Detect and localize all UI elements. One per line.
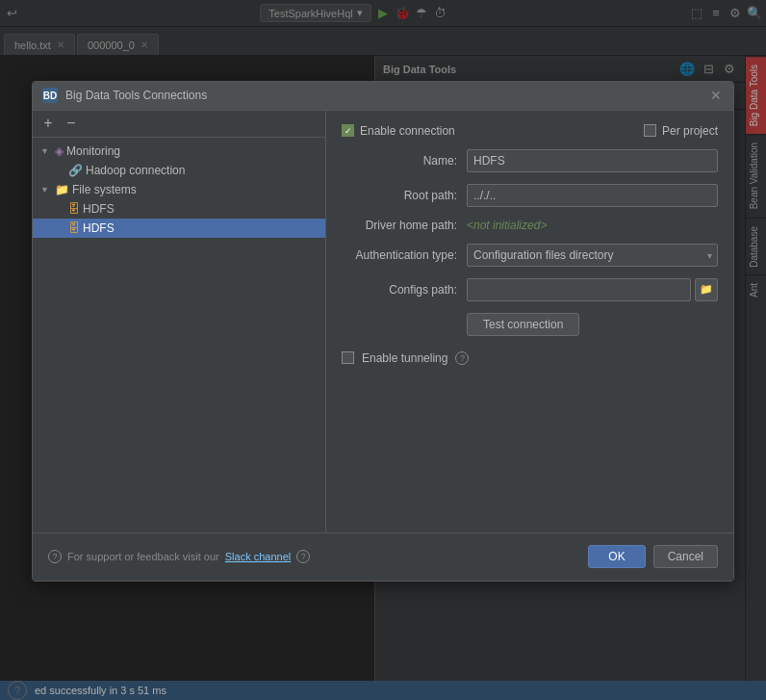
- dialog-footer: ? For support or feedback visit our Slac…: [33, 532, 733, 581]
- configs-path-label: Configs path:: [342, 283, 467, 297]
- auth-type-row: Authentication type: Configuration files…: [342, 244, 718, 267]
- dialog-body: + − ▼ ◈ Monitoring 🔗 Hadoop connection: [33, 111, 733, 532]
- cancel-button[interactable]: Cancel: [653, 545, 718, 568]
- expand-icon: ▼: [40, 185, 52, 194]
- tunneling-row: Enable tunneling ?: [342, 351, 718, 365]
- tree-item-label: Hadoop connection: [86, 164, 185, 177]
- footer-help-icon[interactable]: ?: [48, 550, 62, 563]
- ok-button[interactable]: OK: [588, 545, 645, 568]
- per-project-checkbox[interactable]: [644, 124, 656, 137]
- dialog-overlay: BD Big Data Tools Connections ✕ + − ▼ ◈ …: [0, 0, 766, 700]
- root-path-label: Root path:: [342, 189, 467, 202]
- tree-item-label: File systems: [72, 183, 137, 196]
- slack-channel-link[interactable]: Slack channel: [225, 551, 292, 562]
- configs-browse-button[interactable]: 📁: [695, 278, 718, 301]
- dialog-right-panel: ✓ Enable connection Per project Name: Ro…: [326, 111, 733, 532]
- driver-home-row: Driver home path: <not initialized>: [342, 219, 718, 232]
- driver-home-label: Driver home path:: [342, 219, 467, 232]
- dialog-tree: ▼ ◈ Monitoring 🔗 Hadoop connection ▼ 📁: [33, 138, 325, 532]
- configs-path-row: Configs path: 📁: [342, 278, 718, 301]
- footer-left: ? For support or feedback visit our Slac…: [48, 550, 310, 563]
- dialog-tree-hdfs-2[interactable]: 🗄 HDFS: [33, 219, 325, 238]
- root-path-input[interactable]: [467, 184, 718, 207]
- tree-item-label: HDFS: [83, 202, 115, 216]
- dialog-title-bar: BD Big Data Tools Connections ✕: [33, 82, 733, 111]
- tree-item-label: Monitoring: [66, 144, 120, 158]
- dialog-add-button[interactable]: +: [38, 114, 58, 133]
- slack-help-icon[interactable]: ?: [296, 550, 310, 563]
- footer-support-text: For support or feedback visit our: [67, 551, 219, 562]
- name-row: Name:: [342, 149, 718, 172]
- auth-type-select-wrapper: Configuration files directory Simple Ker…: [467, 244, 718, 267]
- configs-path-input[interactable]: [467, 278, 691, 301]
- footer-right: OK Cancel: [588, 545, 718, 568]
- dialog-close-button[interactable]: ✕: [708, 88, 724, 103]
- dialog-tree-hdfs-1[interactable]: 🗄 HDFS: [33, 199, 325, 219]
- auth-type-select[interactable]: Configuration files directory Simple Ker…: [467, 244, 718, 267]
- dialog-tree-hadoop[interactable]: 🔗 Hadoop connection: [33, 161, 325, 180]
- dialog-title: Big Data Tools Connections: [65, 89, 701, 102]
- enable-connection-checkbox[interactable]: ✓: [342, 124, 354, 137]
- enable-connection-text: Enable connection: [360, 124, 455, 138]
- hadoop-icon: 🔗: [68, 164, 83, 177]
- name-input[interactable]: [467, 149, 718, 172]
- dialog-left-panel: + − ▼ ◈ Monitoring 🔗 Hadoop connection: [33, 111, 326, 532]
- driver-home-value: <not initialized>: [467, 219, 718, 232]
- folder-icon: 📁: [55, 183, 69, 196]
- root-path-row: Root path:: [342, 184, 718, 207]
- dialog-title-icon: BD: [42, 88, 58, 103]
- dialog-remove-button[interactable]: −: [62, 114, 81, 133]
- connections-dialog: BD Big Data Tools Connections ✕ + − ▼ ◈ …: [32, 81, 734, 582]
- name-label: Name:: [342, 154, 467, 168]
- auth-type-label: Authentication type:: [342, 248, 467, 262]
- hdfs-icon: 🗄: [68, 202, 80, 216]
- dialog-tree-filesystems[interactable]: ▼ 📁 File systems: [33, 180, 325, 199]
- test-connection-button[interactable]: Test connection: [467, 313, 579, 336]
- hdfs-icon: 🗄: [68, 221, 80, 235]
- enable-tunneling-checkbox[interactable]: [342, 351, 354, 364]
- enable-connection-label[interactable]: ✓ Enable connection: [342, 124, 455, 138]
- per-project-text: Per project: [662, 124, 718, 138]
- configs-input-wrapper: 📁: [467, 278, 718, 301]
- tunneling-help-icon[interactable]: ?: [455, 351, 469, 365]
- test-connection-row: Test connection: [342, 313, 718, 336]
- enable-tunneling-label: Enable tunneling: [362, 351, 447, 365]
- top-form-row: ✓ Enable connection Per project: [342, 124, 718, 138]
- tree-item-label: HDFS: [83, 221, 115, 235]
- monitoring-icon: ◈: [55, 144, 64, 158]
- dialog-left-toolbar: + −: [33, 111, 325, 138]
- dialog-tree-monitoring[interactable]: ▼ ◈ Monitoring: [33, 142, 325, 161]
- expand-icon: ▼: [40, 146, 52, 156]
- per-project-label[interactable]: Per project: [644, 124, 718, 138]
